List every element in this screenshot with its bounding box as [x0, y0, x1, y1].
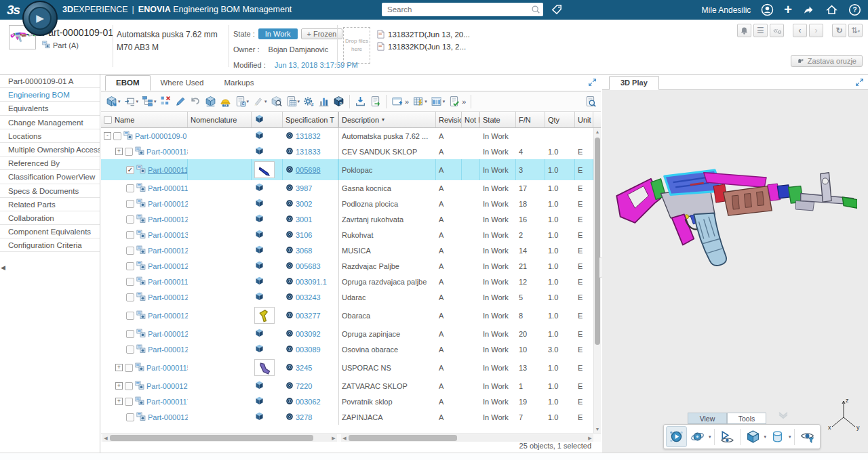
- select-all-checkbox[interactable]: [104, 116, 112, 124]
- row-checkbox[interactable]: [126, 346, 134, 354]
- column-header-specification-t[interactable]: Specification T: [283, 112, 338, 127]
- dropdown-caret-icon[interactable]: ▾: [154, 99, 157, 104]
- compare-structure-button[interactable]: [203, 93, 218, 110]
- specification-link[interactable]: 3278: [296, 413, 312, 421]
- table-row[interactable]: Part-0000124a3278ZAPINJACAAIn Work71.0E: [101, 409, 593, 425]
- attachment-item[interactable]: 131832TD(Jun 13, 20...: [377, 28, 470, 41]
- specification-link[interactable]: 3002: [296, 200, 312, 208]
- mass-update-button[interactable]: ▾: [411, 93, 429, 110]
- import-button[interactable]: [368, 93, 382, 110]
- specification-link[interactable]: 3987: [296, 184, 312, 192]
- row-checkbox[interactable]: [126, 413, 134, 421]
- table-row[interactable]: Part-00001143987Gasna kocnicaAIn Work171…: [101, 180, 593, 196]
- collapse-home-icon[interactable]: [770, 24, 784, 37]
- column-header-state[interactable]: State: [480, 112, 516, 127]
- manage-columns-button[interactable]: ▾: [429, 93, 447, 110]
- attachment-item[interactable]: 131832KD(Jun 13, 2...: [377, 41, 470, 53]
- sidebar-item-configuration-criteria[interactable]: Configuration Criteria: [0, 238, 100, 252]
- tag-icon[interactable]: [551, 3, 563, 18]
- row-checkbox[interactable]: [125, 398, 133, 406]
- sidebar-item-referenced-by[interactable]: Referenced By: [0, 156, 100, 170]
- specification-link[interactable]: 005683: [296, 262, 321, 270]
- edit-button[interactable]: [174, 93, 188, 110]
- home-icon[interactable]: [825, 3, 838, 16]
- validate-button[interactable]: »: [447, 93, 467, 110]
- dropdown-caret-icon[interactable]: ▾: [118, 99, 121, 104]
- sidebar-item-part-0000109-01-a[interactable]: Part-0000109-01 A: [0, 75, 100, 88]
- specification-link[interactable]: 3106: [296, 231, 312, 239]
- specification-link[interactable]: 7220: [296, 382, 312, 390]
- row-checkbox[interactable]: [113, 132, 121, 140]
- sidebar-item-related-parts[interactable]: Related Parts: [0, 198, 100, 211]
- remove-from-structure-button[interactable]: [159, 93, 173, 110]
- sidebar-item-classification-powerview[interactable]: Classification PowerView: [0, 170, 100, 184]
- 3d-canvas[interactable]: ViewTools ▾▾▾ x y z: [602, 90, 868, 453]
- scroll-columns-scrollbar[interactable]: ◀ ▶: [341, 434, 593, 442]
- find-in-structure-button[interactable]: [269, 93, 283, 110]
- row-checkbox[interactable]: [126, 200, 134, 208]
- part-name-link[interactable]: Part-0000126: [148, 247, 188, 255]
- table-row[interactable]: -Part-0000109-0a131832Automatska puska 7…: [101, 128, 593, 144]
- search-icon[interactable]: [531, 5, 540, 17]
- expand-toggle[interactable]: +: [115, 148, 123, 155]
- expand-panel-icon[interactable]: [588, 77, 597, 89]
- add-content-icon[interactable]: +: [784, 3, 792, 16]
- new-change-button[interactable]: C▾: [233, 93, 251, 110]
- row-checkbox[interactable]: [126, 278, 134, 286]
- user-profile-icon[interactable]: [761, 3, 774, 16]
- specification-link[interactable]: 3001: [296, 215, 312, 224]
- markup-button[interactable]: ▾: [251, 93, 269, 110]
- nav-back-icon[interactable]: ‹: [793, 24, 807, 37]
- table-row[interactable]: Part-0000121a003089Osovina obaraceAIn Wo…: [101, 341, 593, 357]
- part-name-link[interactable]: Part-0000113: [148, 278, 188, 286]
- specification-link[interactable]: 003062: [296, 398, 321, 406]
- expand-toggle[interactable]: +: [115, 398, 123, 405]
- row-checkbox[interactable]: [126, 262, 134, 270]
- tab-markups[interactable]: Markups: [214, 76, 264, 90]
- specification-link[interactable]: 3245: [296, 364, 312, 372]
- table-row[interactable]: Part-0000122a003243UdaracAIn Work51.0E: [101, 289, 593, 305]
- column-header-name[interactable]: Name: [101, 112, 188, 127]
- table-row[interactable]: Part-0000113a003091.1Opruga razdvajaca p…: [101, 274, 593, 289]
- table-row[interactable]: Part-0000123a3002Podlozna plocicaAIn Wor…: [101, 196, 593, 211]
- row-checkbox[interactable]: [126, 330, 134, 338]
- expand-toggle[interactable]: +: [115, 364, 123, 371]
- collection-button[interactable]: Zastava oruzje: [791, 55, 863, 67]
- dropdown-caret-icon[interactable]: ▾: [709, 434, 711, 440]
- part-name-link[interactable]: Part-0000123: [148, 200, 188, 208]
- table-row[interactable]: ✓Part-0000112a005698PoklopacAIn Work31.0…: [101, 159, 593, 180]
- 3d-view-button[interactable]: D: [332, 93, 346, 110]
- frozen-columns-scrollbar[interactable]: ◀ ▶: [102, 434, 337, 442]
- expand-toggle[interactable]: -: [104, 132, 111, 140]
- visibility-filter-button[interactable]: [797, 426, 818, 447]
- specification-link[interactable]: 005698: [296, 166, 321, 174]
- part-name-link[interactable]: Part-0000128: [148, 330, 188, 338]
- help-icon[interactable]: ?: [848, 3, 861, 16]
- table-row[interactable]: +Part-0000115a3245USPORAC NSAIn Work131.…: [101, 357, 593, 378]
- look-at-view-button[interactable]: [717, 426, 738, 447]
- specification-link[interactable]: 003089: [296, 346, 321, 354]
- specification-link[interactable]: 003092: [296, 330, 321, 338]
- turntable-play-button[interactable]: [666, 426, 687, 447]
- table-row[interactable]: +Part-0000118a131833CEV SANDUK SKLOPAIn …: [101, 144, 593, 159]
- sidebar-item-equivalents[interactable]: Equivalents: [0, 102, 100, 115]
- part-name-link[interactable]: Part-0000118: [146, 148, 188, 156]
- part-name-link[interactable]: Part-0000109-0: [135, 132, 186, 140]
- part-name-link[interactable]: Part-0000130: [148, 231, 188, 239]
- row-checkbox[interactable]: [126, 184, 134, 192]
- sort-order-icon[interactable]: ⇅▾: [848, 24, 863, 37]
- change-action-button[interactable]: CA: [218, 93, 233, 110]
- sidebar-item-engineering-bom[interactable]: Engineering BOM: [0, 88, 100, 102]
- frozen-button[interactable]: + Frozen: [301, 28, 343, 39]
- notifications-icon[interactable]: [737, 24, 751, 37]
- share-icon[interactable]: [802, 3, 815, 16]
- part-name-link[interactable]: Part-0000124: [148, 413, 188, 421]
- table-row[interactable]: Part-0000130a3106RukohvatAIn Work21.0E: [101, 227, 593, 243]
- tab-where-used[interactable]: Where Used: [151, 76, 214, 90]
- specification-link[interactable]: 003091.1: [296, 278, 327, 286]
- row-checkbox[interactable]: [126, 231, 134, 239]
- export-download-button[interactable]: [353, 93, 368, 110]
- column-header-description[interactable]: Description▾: [338, 112, 436, 127]
- specification-link[interactable]: 003243: [296, 293, 321, 301]
- column-header-revision[interactable]: Revision: [436, 112, 462, 127]
